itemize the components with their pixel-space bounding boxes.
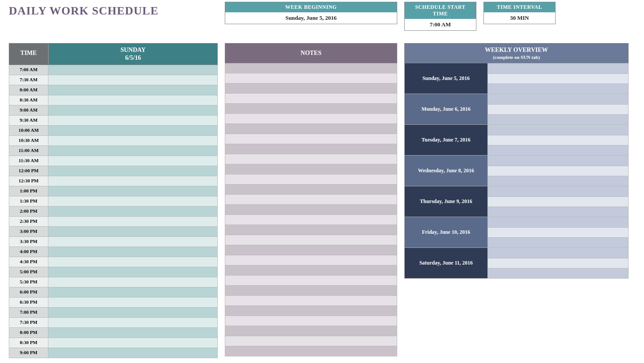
schedule-event-cell[interactable] [48,257,218,267]
notes-row[interactable] [225,104,397,114]
schedule-event-cell[interactable] [48,156,218,166]
weekly-overview-item-cell[interactable] [488,248,629,258]
schedule-row: 7:00 PM [9,308,218,318]
schedule-row: 5:00 PM [9,267,218,277]
schedule-event-cell[interactable] [48,136,218,146]
schedule-event-cell[interactable] [48,176,218,186]
weekly-overview-row: Sunday, June 5, 2016 [404,63,629,94]
schedule-event-cell[interactable] [48,267,218,277]
schedule-event-cell[interactable] [48,186,218,196]
schedule-time-cell: 12:00 PM [9,166,48,176]
notes-row[interactable] [225,225,397,235]
weekly-overview-item-cell[interactable] [488,197,629,207]
config-week-beginning: WEEK BEGINNING Sunday, June 5, 2016 [225,2,397,24]
schedule-event-cell[interactable] [48,85,218,95]
weekly-overview-item-cell[interactable] [488,258,629,269]
schedule-event-cell[interactable] [48,207,218,217]
notes-row[interactable] [225,245,397,255]
weekly-overview-row: Monday, June 6, 2016 [404,94,629,125]
schedule-event-cell[interactable] [48,75,218,85]
notes-row[interactable] [225,73,397,83]
schedule-event-cell[interactable] [48,287,218,298]
notes-row[interactable] [225,94,397,104]
schedule-header-day-date: 6/5/16 [125,54,141,61]
weekly-overview-item-cell[interactable] [488,156,629,166]
notes-row[interactable] [225,164,397,174]
schedule-event-cell[interactable] [48,146,218,156]
weekly-overview-item-cell[interactable] [488,125,629,135]
schedule-event-cell[interactable] [48,328,218,338]
weekly-overview-item-cell[interactable] [488,269,629,279]
notes-row[interactable] [225,255,397,265]
schedule-event-cell[interactable] [48,65,218,75]
notes-row[interactable] [225,154,397,164]
notes-row[interactable] [225,134,397,144]
notes-row[interactable] [225,195,397,205]
schedule-event-cell[interactable] [48,308,218,318]
schedule-row: 4:00 PM [9,247,218,257]
weekly-overview-item-cell[interactable] [488,145,629,156]
notes-row[interactable] [225,265,397,276]
notes-row[interactable] [225,185,397,195]
schedule-event-cell[interactable] [48,105,218,116]
notes-row[interactable] [225,205,397,215]
notes-row[interactable] [225,326,397,336]
config-start-time-value[interactable]: 7:00 AM [405,19,476,30]
notes-row[interactable] [225,286,397,296]
weekly-overview-item-cell[interactable] [488,238,629,248]
weekly-overview-item-cell[interactable] [488,207,629,217]
weekly-overview-item-cell[interactable] [488,94,629,104]
schedule-event-cell[interactable] [48,196,218,207]
notes-row[interactable] [225,215,397,225]
notes-row[interactable] [225,124,397,134]
schedule-row: 10:00 AM [9,126,218,136]
schedule-event-cell[interactable] [48,95,218,105]
config-start-time-label: SCHEDULE START TIME [405,2,476,19]
weekly-overview-item-cell[interactable] [488,74,629,84]
schedule-event-cell[interactable] [48,247,218,257]
schedule-event-cell[interactable] [48,166,218,176]
notes-row[interactable] [225,276,397,286]
schedule-event-cell[interactable] [48,227,218,237]
notes-row[interactable] [225,144,397,154]
schedule-panel: TIME SUNDAY 6/5/16 7:00 AM7:30 AM8:00 AM… [9,43,218,358]
weekly-overview-item-cell[interactable] [488,217,629,227]
notes-row[interactable] [225,83,397,94]
schedule-event-cell[interactable] [48,298,218,308]
weekly-overview-item-cell[interactable] [488,63,629,73]
config-week-beginning-value[interactable]: Sunday, June 5, 2016 [225,12,397,24]
schedule-event-cell[interactable] [48,237,218,247]
schedule-row: 8:00 PM [9,328,218,338]
weekly-overview-item-cell[interactable] [488,166,629,176]
weekly-overview-item-cell[interactable] [488,135,629,145]
config-interval-value[interactable]: 30 MIN [484,12,555,24]
schedule-event-cell[interactable] [48,217,218,227]
notes-row[interactable] [225,336,397,346]
notes-row[interactable] [225,316,397,326]
schedule-row: 7:30 PM [9,318,218,328]
schedule-event-cell[interactable] [48,126,218,136]
weekly-overview-panel: WEEKLY OVERVIEW (complete on SUN tab) Su… [404,43,629,279]
schedule-event-cell[interactable] [48,338,218,348]
weekly-overview-item-cell[interactable] [488,228,629,238]
weekly-overview-item-cell[interactable] [488,186,629,196]
notes-row[interactable] [225,296,397,306]
weekly-overview-item-cell[interactable] [488,176,629,186]
notes-row[interactable] [225,346,397,356]
schedule-event-cell[interactable] [48,277,218,287]
schedule-event-cell[interactable] [48,116,218,126]
notes-row[interactable] [225,235,397,245]
notes-row[interactable] [225,114,397,124]
weekly-overview-item-cell[interactable] [488,84,629,94]
schedule-time-cell: 5:30 PM [9,277,48,287]
notes-row[interactable] [225,174,397,185]
weekly-overview-day-label: Tuesday, June 7, 2016 [404,125,488,156]
notes-row[interactable] [225,63,397,73]
weekly-overview-day-label: Friday, June 10, 2016 [404,217,488,248]
weekly-overview-item-cell[interactable] [488,105,629,115]
weekly-overview-item-cell[interactable] [488,115,629,125]
schedule-time-cell: 11:30 AM [9,156,48,166]
schedule-event-cell[interactable] [48,318,218,328]
notes-row[interactable] [225,306,397,316]
schedule-event-cell[interactable] [48,348,218,358]
